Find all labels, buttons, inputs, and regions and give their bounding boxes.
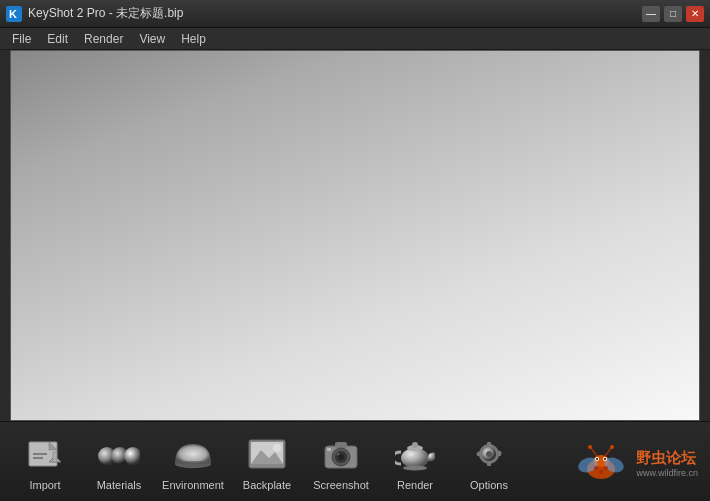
svg-point-52 bbox=[604, 466, 608, 470]
watermark: 野虫论坛 www.wildfire.cn bbox=[572, 437, 698, 489]
app-icon: K bbox=[6, 6, 22, 22]
environment-label: Environment bbox=[162, 479, 224, 491]
title-separator: - bbox=[105, 6, 116, 20]
svg-rect-18 bbox=[335, 442, 347, 448]
titlebar-left: K KeyShot 2 Pro - 未定标题.bip bbox=[6, 5, 183, 22]
svg-point-30 bbox=[486, 451, 492, 457]
options-icon bbox=[468, 433, 510, 475]
svg-rect-32 bbox=[487, 461, 491, 466]
materials-button[interactable]: Materials bbox=[84, 427, 154, 497]
viewport bbox=[10, 50, 700, 421]
svg-point-50 bbox=[610, 445, 614, 449]
svg-text:K: K bbox=[9, 8, 17, 20]
menubar: File Edit Render View Help bbox=[0, 28, 710, 50]
svg-rect-23 bbox=[327, 448, 331, 451]
render-label: Render bbox=[397, 479, 433, 491]
file-name: 未定标题.bip bbox=[116, 6, 183, 20]
render-icon bbox=[394, 433, 436, 475]
menu-edit[interactable]: Edit bbox=[39, 30, 76, 48]
menu-help[interactable]: Help bbox=[173, 30, 214, 48]
options-label: Options bbox=[470, 479, 508, 491]
minimize-button[interactable]: — bbox=[642, 6, 660, 22]
svg-point-12 bbox=[175, 461, 211, 467]
materials-label: Materials bbox=[97, 479, 142, 491]
svg-rect-7 bbox=[53, 452, 57, 462]
svg-point-53 bbox=[599, 470, 603, 474]
svg-point-26 bbox=[412, 442, 418, 448]
maximize-button[interactable]: □ bbox=[664, 6, 682, 22]
svg-rect-31 bbox=[487, 442, 491, 447]
svg-point-22 bbox=[337, 452, 340, 455]
screenshot-icon bbox=[320, 433, 362, 475]
options-button[interactable]: Options bbox=[454, 427, 524, 497]
backplate-label: Backplate bbox=[243, 479, 291, 491]
watermark-logo bbox=[572, 437, 630, 489]
materials-icon bbox=[98, 433, 140, 475]
title-text: KeyShot 2 Pro - 未定标题.bip bbox=[28, 5, 183, 22]
close-button[interactable]: ✕ bbox=[686, 6, 704, 22]
backplate-icon bbox=[246, 433, 288, 475]
render-button[interactable]: Render bbox=[380, 427, 450, 497]
titlebar: K KeyShot 2 Pro - 未定标题.bip — □ ✕ bbox=[0, 0, 710, 28]
watermark-site: www.wildfire.cn bbox=[636, 468, 698, 478]
menu-view[interactable]: View bbox=[131, 30, 173, 48]
menu-render[interactable]: Render bbox=[76, 30, 131, 48]
watermark-text: 野虫论坛 www.wildfire.cn bbox=[636, 449, 698, 478]
app-name: KeyShot 2 Pro bbox=[28, 6, 105, 20]
svg-point-16 bbox=[273, 444, 281, 452]
environment-icon bbox=[172, 433, 214, 475]
screenshot-label: Screenshot bbox=[313, 479, 369, 491]
window-controls: — □ ✕ bbox=[642, 6, 704, 22]
screenshot-button[interactable]: Screenshot bbox=[306, 427, 376, 497]
watermark-brand: 野虫论坛 bbox=[636, 449, 696, 468]
svg-point-27 bbox=[403, 465, 427, 470]
svg-point-49 bbox=[588, 445, 592, 449]
import-button[interactable]: Import bbox=[10, 427, 80, 497]
svg-point-46 bbox=[604, 458, 606, 460]
backplate-button[interactable]: Backplate bbox=[232, 427, 302, 497]
svg-point-45 bbox=[596, 458, 598, 460]
import-label: Import bbox=[29, 479, 60, 491]
menu-file[interactable]: File bbox=[4, 30, 39, 48]
environment-button[interactable]: Environment bbox=[158, 427, 228, 497]
svg-point-51 bbox=[594, 466, 598, 470]
import-icon bbox=[24, 433, 66, 475]
